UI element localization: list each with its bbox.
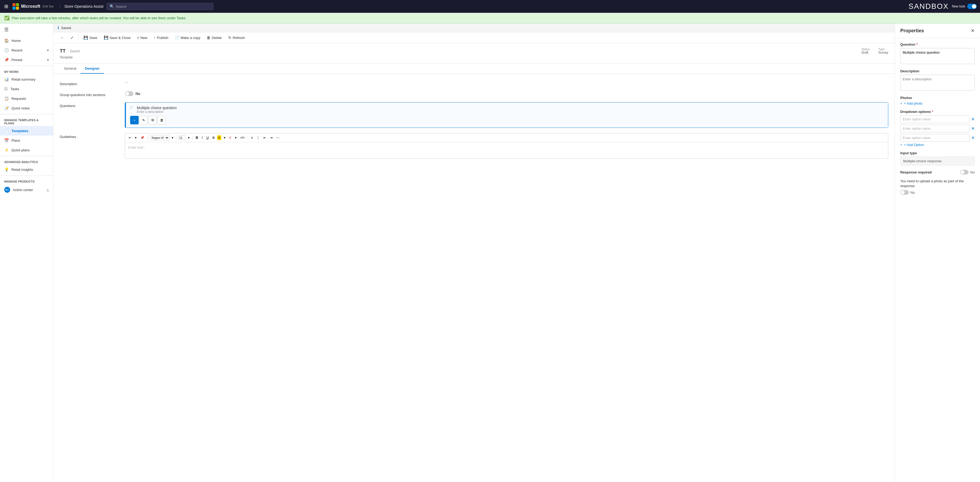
- sidebar-item-requests[interactable]: 📋 Requests: [0, 94, 53, 103]
- type-title: Type: [878, 48, 888, 51]
- question-item[interactable]: ⠿ Multiple choice question Enter a descr…: [125, 102, 888, 128]
- grid-icon[interactable]: ⊞: [3, 2, 10, 10]
- response-required-section: Response required No: [900, 170, 975, 174]
- new-button[interactable]: + New: [134, 34, 150, 41]
- guidelines-input[interactable]: Enter text...: [125, 142, 888, 158]
- add-photo-button[interactable]: + + Add photo: [900, 101, 923, 105]
- description-field-label: Description: [900, 69, 975, 73]
- upload-note-value: No: [910, 191, 915, 195]
- option-input-1[interactable]: [900, 115, 970, 123]
- font-color-dropdown-btn[interactable]: ▾: [234, 135, 238, 140]
- upload-note-toggle-group: No: [900, 190, 975, 195]
- main-layout: ☰ 🏠 Home 🕐 Recent ▾ 📌 Pinned ▾ My work 📊…: [0, 24, 980, 482]
- option-input-2[interactable]: [900, 124, 970, 132]
- group-questions-label: Group questions into sections: [60, 91, 118, 97]
- add-option-button[interactable]: + + Add Option: [900, 143, 924, 147]
- font-size-input[interactable]: [178, 135, 186, 140]
- new-icon: +: [137, 35, 139, 40]
- indent-increase-btn[interactable]: ⇥: [269, 135, 274, 140]
- font-size-dropdown-btn[interactable]: ▾: [187, 135, 191, 140]
- option-row-2: ✕: [900, 124, 975, 132]
- close-panel-button[interactable]: ✕: [970, 28, 975, 34]
- search-box[interactable]: 🔍: [107, 3, 213, 10]
- sidebar-item-quick-plans[interactable]: ⚡ Quick plans: [0, 145, 53, 155]
- undo-btn[interactable]: ↩: [127, 135, 132, 140]
- sidebar-item-retail-insights[interactable]: 💡 Retail insights: [0, 165, 53, 174]
- tab-general[interactable]: General: [60, 64, 81, 73]
- retail-summary-label: Retail summary: [11, 77, 35, 81]
- italic-btn[interactable]: I: [200, 135, 204, 140]
- response-required-value: No: [970, 170, 975, 174]
- option-input-3[interactable]: [900, 134, 970, 142]
- sep4: [248, 136, 248, 140]
- pin-btn[interactable]: 📌: [139, 135, 146, 140]
- guidelines-placeholder: Enter text...: [128, 145, 146, 150]
- sidebar-item-templates[interactable]: 📄 Templates: [0, 126, 53, 136]
- tab-designer[interactable]: Designer: [81, 64, 104, 73]
- sidebar-item-recent[interactable]: 🕐 Recent ▾: [0, 45, 53, 55]
- font-select[interactable]: Segoe UI: [149, 135, 169, 140]
- question-copy-btn[interactable]: ⧉: [148, 116, 157, 124]
- hamburger-icon[interactable]: ☰: [0, 24, 53, 36]
- saved-text: Saved.: [61, 26, 72, 30]
- saved-bar: ℹ Saved.: [53, 24, 895, 32]
- pinned-chevron: ▾: [47, 58, 49, 62]
- bullet-list-btn[interactable]: ≡: [250, 135, 254, 140]
- manage-title: Manage templates & plans: [0, 115, 53, 126]
- action-center-chevron: △: [47, 188, 49, 192]
- guidelines-box: ↩ ▾ 📌 Segoe UI ▾ ▾ B I: [125, 133, 888, 158]
- code-btn[interactable]: </>: [239, 135, 246, 140]
- sidebar-item-quick-notes[interactable]: 📝 Quick notes: [0, 103, 53, 113]
- search-input[interactable]: [116, 5, 210, 8]
- tasks-label: Tasks: [10, 87, 19, 91]
- group-questions-toggle[interactable]: [125, 91, 133, 96]
- back-icon: ←: [60, 35, 64, 40]
- undo-dropdown-btn[interactable]: ▾: [134, 135, 138, 140]
- numbered-list-btn[interactable]: ⋮: [255, 135, 261, 140]
- publish-button[interactable]: ↑ Publish: [151, 34, 171, 41]
- upload-note-text: You need to upload a photo as part of th…: [900, 179, 964, 188]
- question-add-btn[interactable]: +: [130, 116, 138, 124]
- option-remove-2[interactable]: ✕: [971, 126, 975, 131]
- sidebar-item-home[interactable]: 🏠 Home: [0, 36, 53, 45]
- refresh-label: Refresh: [233, 36, 245, 40]
- description-textarea[interactable]: [900, 75, 975, 91]
- sidebar-item-pinned[interactable]: 📌 Pinned ▾: [0, 55, 53, 65]
- font-dropdown-btn[interactable]: ▾: [170, 135, 175, 140]
- underline-btn[interactable]: U: [205, 135, 210, 140]
- search-icon: 🔍: [110, 4, 114, 8]
- publish-label: Publish: [157, 36, 169, 40]
- font-color-btn[interactable]: A: [228, 135, 232, 140]
- sidebar-item-action-center[interactable]: AC Action center △: [0, 184, 53, 195]
- option-remove-3[interactable]: ✕: [971, 135, 975, 140]
- add-photo-label: + Add photo: [904, 101, 923, 105]
- save-close-button[interactable]: 💾 Save & Close: [101, 34, 133, 41]
- more-btn[interactable]: ⋯: [275, 135, 281, 140]
- copy-button[interactable]: 📄 Make a copy: [172, 34, 203, 41]
- expand-button[interactable]: ⤢: [68, 34, 76, 41]
- question-edit-btn[interactable]: ✎: [139, 116, 148, 124]
- strikethrough-btn[interactable]: S: [211, 135, 216, 140]
- bold-btn[interactable]: B: [194, 135, 199, 140]
- recent-chevron: ▾: [47, 49, 49, 52]
- question-delete-btn[interactable]: 🗑: [158, 116, 166, 124]
- sidebar-item-plans[interactable]: 📅 Plans: [0, 136, 53, 145]
- refresh-button[interactable]: ↻ Refresh: [226, 34, 248, 41]
- new-look-switch[interactable]: [967, 4, 977, 9]
- app-title: Store Operations Assist: [60, 4, 103, 8]
- indent-decrease-btn[interactable]: ⇤: [262, 135, 267, 140]
- response-required-toggle[interactable]: [960, 170, 969, 174]
- dropdown-options-label: Dropdown options *: [900, 110, 975, 114]
- sidebar-item-retail-summary[interactable]: 📊 Retail summary: [0, 75, 53, 84]
- upload-note-toggle[interactable]: [900, 190, 909, 195]
- option-remove-1[interactable]: ✕: [971, 117, 975, 122]
- back-button[interactable]: ←: [57, 34, 67, 41]
- new-look-toggle[interactable]: New look: [952, 4, 977, 9]
- highlight-dropdown-btn[interactable]: ▾: [223, 135, 227, 140]
- question-textarea[interactable]: Multiple choice question: [900, 48, 975, 64]
- delete-icon: 🗑: [207, 35, 210, 40]
- sidebar-item-tasks[interactable]: ☑ Tasks: [0, 84, 53, 94]
- save-button[interactable]: 💾 Save: [81, 34, 100, 41]
- highlight-btn[interactable]: A: [217, 135, 221, 140]
- delete-button[interactable]: 🗑 Delete: [204, 34, 224, 41]
